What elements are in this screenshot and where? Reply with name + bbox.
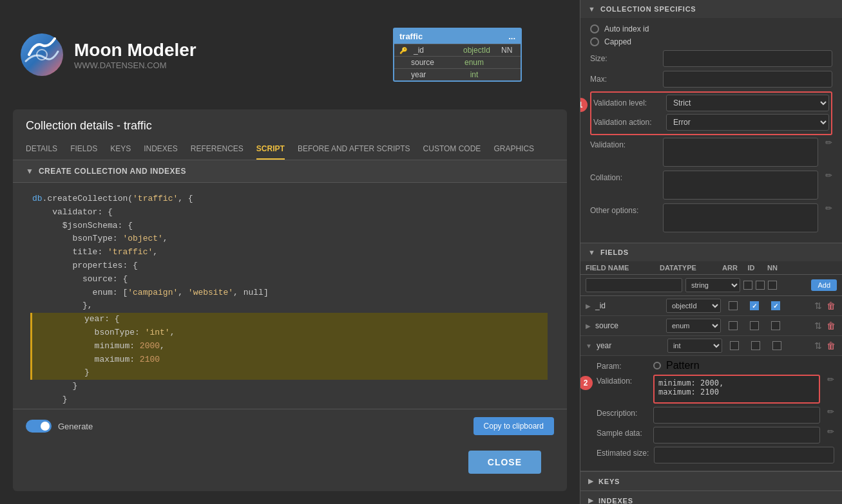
- description-input[interactable]: [653, 407, 820, 424]
- validation-textarea[interactable]: [663, 138, 818, 167]
- other-options-textarea[interactable]: [663, 203, 818, 232]
- size-label: Size:: [590, 54, 658, 63]
- edit-sample-icon[interactable]: ✏: [827, 427, 834, 436]
- keys-chevron-icon: ▶: [588, 477, 593, 485]
- tab-fields[interactable]: FIELDS: [70, 139, 97, 160]
- tab-indexes[interactable]: INDEXES: [144, 139, 178, 160]
- diagram-area: traffic ... 🔑 _id objectId NN source enu…: [393, 28, 522, 82]
- auto-index-radio[interactable]: [590, 24, 599, 33]
- new-field-type-select[interactable]: string int objectId enum: [685, 278, 740, 292]
- tab-references[interactable]: REFERENCES: [191, 139, 244, 160]
- section-header: ▼ CREATE COLLECTION AND INDEXES: [13, 160, 567, 183]
- tab-before-after[interactable]: BEFORE AND AFTER SCRIPTS: [298, 139, 410, 160]
- code-line-14: }: [30, 366, 548, 380]
- field-id-id-check[interactable]: ✓: [750, 301, 759, 310]
- edit-collation-icon[interactable]: ✏: [825, 171, 832, 180]
- field-source-name: source: [411, 58, 450, 67]
- diagram-header: traffic ...: [394, 29, 521, 44]
- diagram-row-year: year int: [394, 68, 521, 80]
- edit-desc-icon[interactable]: ✏: [827, 407, 834, 416]
- max-input[interactable]: [663, 71, 832, 88]
- keys-section: ▶ KEYS: [580, 472, 842, 491]
- edit-icon[interactable]: ✏: [825, 138, 832, 147]
- field-year-id-check[interactable]: [751, 341, 760, 350]
- tab-graphics[interactable]: GRAPHICS: [493, 139, 534, 160]
- field-source-arr-check[interactable]: [729, 321, 738, 330]
- field-row-year: ▼ year int ⇅ 🗑: [580, 336, 842, 356]
- fields-column-headers: FIELD NAME DATATYPE ARR ID NN: [580, 261, 842, 275]
- validation-exp-textarea[interactable]: minimum: 2000, maximum: 2100: [653, 375, 820, 404]
- capped-radio[interactable]: [590, 37, 599, 46]
- toggle-area: Generate: [26, 420, 93, 433]
- field-source-type: enum: [455, 58, 493, 67]
- auto-index-label: Auto index id: [604, 24, 649, 33]
- tab-details[interactable]: DETAILS: [26, 139, 57, 160]
- pattern-radio[interactable]: [653, 362, 661, 369]
- field-year-nn-check[interactable]: [772, 341, 781, 350]
- app-url: WWW.DATENSEN.COM: [74, 61, 196, 70]
- field-id-delete-btn[interactable]: 🗑: [825, 301, 837, 311]
- collection-specifics-header[interactable]: ▼ COLLECTION SPECIFICS: [580, 0, 842, 18]
- bottom-bar: Generate Copy to clipboard: [13, 409, 567, 443]
- collation-row: Collation: ✏: [590, 171, 832, 200]
- field-year-type-select[interactable]: int: [667, 339, 722, 353]
- new-field-arr-check[interactable]: [743, 281, 752, 290]
- copy-clipboard-button[interactable]: Copy to clipboard: [474, 417, 554, 435]
- fields-section: ▼ FIELDS FIELD NAME DATATYPE ARR ID NN s…: [580, 243, 842, 472]
- field-source-move-btn[interactable]: ⇅: [813, 321, 823, 331]
- new-field-nn-check[interactable]: [768, 281, 777, 290]
- field-year-expand-icon[interactable]: ▼: [586, 342, 592, 350]
- diagram-table: traffic ... 🔑 _id objectId NN source enu…: [393, 28, 522, 82]
- validation-level-row: Validation level: Strict Moderate Off: [593, 95, 829, 111]
- tabs-bar: DETAILS FIELDS KEYS INDEXES REFERENCES S…: [13, 139, 567, 160]
- validation-level-label: Validation level:: [593, 98, 661, 107]
- generate-toggle[interactable]: [26, 420, 52, 433]
- badge-2: 2: [580, 376, 593, 390]
- field-source-nn-check[interactable]: [771, 321, 780, 330]
- field-id-nn-check[interactable]: ✓: [771, 301, 780, 310]
- code-line-11: bsonType: 'int',: [30, 326, 548, 340]
- tab-script[interactable]: SCRIPT: [256, 139, 285, 160]
- field-year-move-btn[interactable]: ⇅: [813, 341, 823, 351]
- sample-data-input[interactable]: [653, 427, 820, 443]
- field-source-type-select[interactable]: enum: [666, 319, 721, 333]
- fields-section-header[interactable]: ▼ FIELDS: [580, 243, 842, 261]
- field-source-expand-icon[interactable]: ▶: [586, 322, 591, 330]
- field-year-arr-check[interactable]: [730, 341, 739, 350]
- new-field-name-input[interactable]: [586, 278, 682, 292]
- keys-section-header[interactable]: ▶ KEYS: [580, 472, 842, 490]
- field-source-id-check[interactable]: [750, 321, 759, 330]
- validation-level-select[interactable]: Strict Moderate Off: [666, 95, 829, 111]
- validation-action-select[interactable]: Error Warn: [666, 114, 829, 131]
- toggle-label: Generate: [58, 422, 93, 431]
- add-field-button[interactable]: Add: [811, 279, 837, 291]
- close-button[interactable]: CLOSE: [468, 451, 541, 474]
- field-id-expand-icon[interactable]: ▶: [586, 303, 591, 310]
- field-year-name: year: [411, 70, 450, 79]
- code-line-1: db.createCollection('traffic', {: [32, 192, 548, 206]
- collation-textarea[interactable]: [663, 171, 818, 200]
- code-line-16: }: [32, 393, 548, 407]
- field-source-delete-btn[interactable]: 🗑: [825, 321, 837, 331]
- field-id-type-select[interactable]: objectId: [666, 299, 721, 313]
- edit-other-icon[interactable]: ✏: [825, 203, 832, 213]
- new-field-id-check[interactable]: [756, 281, 765, 290]
- collection-panel: Collection details - traffic DETAILS FIE…: [13, 109, 567, 491]
- auto-index-row: Auto index id: [590, 24, 832, 33]
- size-row: Size:: [590, 50, 832, 67]
- tab-keys[interactable]: KEYS: [110, 139, 131, 160]
- size-input[interactable]: [663, 50, 832, 67]
- logo-area: Moon Modeler WWW.DATENSEN.COM: [19, 32, 196, 77]
- estimated-size-input[interactable]: [654, 447, 834, 463]
- other-options-label: Other options:: [590, 203, 658, 215]
- field-id-arr-check[interactable]: [729, 301, 738, 310]
- indexes-section-header[interactable]: ▶ INDEXES: [580, 491, 842, 504]
- field-year-delete-btn[interactable]: 🗑: [825, 341, 837, 351]
- field-id-move-up-btn[interactable]: ⇅: [813, 301, 823, 311]
- collection-specifics-title: COLLECTION SPECIFICS: [600, 5, 696, 13]
- section-header-title: CREATE COLLECTION AND INDEXES: [39, 167, 186, 176]
- diagram-row-source: source enum: [394, 56, 521, 68]
- tab-custom-code[interactable]: CUSTOM CODE: [423, 139, 481, 160]
- edit-validation-icon[interactable]: ✏: [827, 375, 834, 384]
- code-line-5: title: 'traffic',: [32, 246, 548, 259]
